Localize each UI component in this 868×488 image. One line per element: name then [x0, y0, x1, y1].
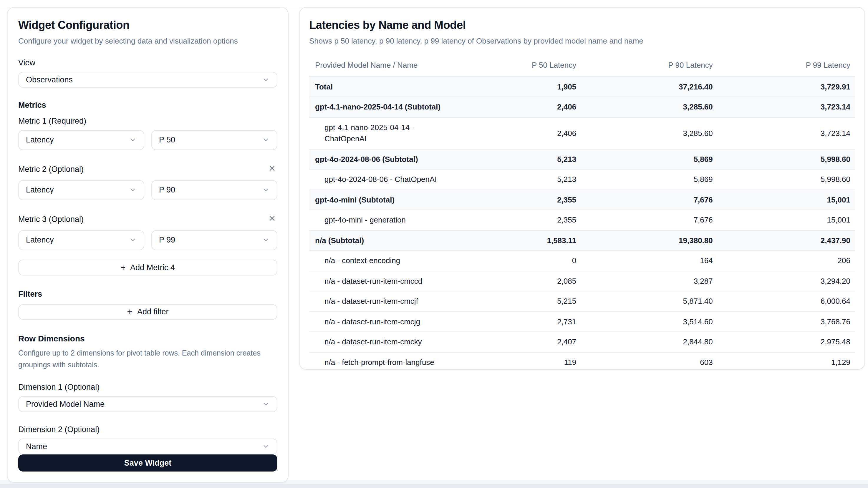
table-row: n/a (Subtotal)1,583.1119,380.802,437.90 [309, 230, 855, 251]
metric-2-label: Metric 2 (Optional) [18, 165, 84, 173]
measure-value: Latency [26, 235, 54, 244]
cell-name: gpt-4o-mini - generation [309, 210, 462, 230]
aggregation-value: P 90 [159, 186, 175, 194]
cell-p50: 2,085 [462, 271, 581, 291]
cell-p99: 3,294.20 [717, 271, 855, 291]
chevron-down-icon [262, 443, 270, 450]
metrics-section-label: Metrics [18, 100, 277, 109]
cell-p90: 3,285.60 [581, 97, 717, 118]
cell-p99: 5,998.60 [717, 149, 855, 169]
cell-p99: 15,001 [717, 210, 855, 230]
chevron-down-icon [262, 400, 270, 408]
metric-1-selects: LatencyP 50 [18, 130, 277, 150]
table-row: gpt-4.1-nano-2025-04-14 - ChatOpenAI2,40… [309, 118, 855, 149]
table-row: n/a - context-encoding0164206 [309, 251, 855, 271]
latency-pivot-table: Provided Model Name / Name P 50 Latency … [309, 61, 855, 372]
aggregation-value: P 99 [159, 235, 175, 244]
cell-p99: 206 [717, 251, 855, 271]
dimension2-select-value: Name [26, 442, 47, 451]
cell-p90: 7,676 [581, 190, 717, 210]
chevron-down-icon [129, 186, 136, 194]
chevron-down-icon [129, 136, 136, 143]
cell-name: Total [309, 77, 462, 97]
cell-name: n/a - dataset-run-item-cmcjf [309, 291, 462, 312]
cell-p99: 3,723.14 [717, 97, 855, 118]
row-dimensions-description: Configure up to 2 dimensions for pivot t… [18, 348, 266, 371]
cell-p50: 1,583.11 [462, 230, 581, 251]
cell-p90: 5,869 [581, 149, 717, 169]
cell-p50: 2,406 [462, 118, 581, 149]
dimension2-label: Dimension 2 (Optional) [18, 425, 277, 434]
cell-p90: 5,871.40 [581, 291, 717, 312]
chevron-down-icon [262, 136, 270, 143]
cell-p99: 3,729.91 [717, 77, 855, 97]
remove-metric-2-button[interactable] [267, 163, 277, 175]
cell-p99: 1,129 [717, 352, 855, 372]
dimension1-label: Dimension 1 (Optional) [18, 383, 277, 391]
column-header-p50: P 50 Latency [462, 61, 581, 77]
add-filter-button[interactable]: + Add filter [18, 304, 277, 320]
cell-p50: 5,213 [462, 149, 581, 169]
cell-p50: 1,905 [462, 77, 581, 97]
cell-name: gpt-4o-mini (Subtotal) [309, 190, 462, 210]
chevron-down-icon [262, 76, 270, 84]
metric-3-aggregation-select[interactable]: P 99 [151, 230, 277, 250]
metric-2-aggregation-select[interactable]: P 90 [151, 180, 277, 200]
cell-p90: 5,869 [581, 169, 717, 190]
cell-p50: 5,213 [462, 169, 581, 190]
cell-p90: 37,216.40 [581, 77, 717, 97]
cell-p50: 119 [462, 352, 581, 372]
cell-name: n/a - context-encoding [309, 251, 462, 271]
table-row: gpt-4.1-nano-2025-04-14 (Subtotal)2,4063… [309, 97, 855, 118]
table-row: gpt-4o-mini (Subtotal)2,3557,67615,001 [309, 190, 855, 210]
cell-p90: 3,285.60 [581, 118, 717, 149]
cell-p90: 7,676 [581, 210, 717, 230]
save-widget-button[interactable]: Save Widget [18, 454, 277, 471]
cell-p90: 19,380.80 [581, 230, 717, 251]
cell-p99: 3,768.76 [717, 312, 855, 332]
cell-p99: 2,437.90 [717, 230, 855, 251]
cell-name: n/a (Subtotal) [309, 230, 462, 251]
metric-1-aggregation-select[interactable]: P 50 [151, 130, 277, 150]
page-bottom-strip [0, 484, 868, 488]
plus-icon: + [127, 307, 132, 317]
table-header-row: Provided Model Name / Name P 50 Latency … [309, 61, 855, 77]
metric-3-measure-select[interactable]: Latency [18, 230, 144, 250]
cell-p90: 603 [581, 352, 717, 372]
cell-p99: 6,000.64 [717, 291, 855, 312]
view-select[interactable]: Observations [18, 72, 277, 88]
config-panel-subtitle: Configure your widget by selecting data … [18, 36, 277, 46]
plus-icon: + [121, 263, 125, 272]
cell-name: n/a - fetch-prompt-from-langfuse [309, 352, 462, 372]
widget-preview-panel: Latencies by Name and Model Shows p 50 l… [299, 7, 865, 370]
cell-p90: 164 [581, 251, 717, 271]
table-row: n/a - fetch-prompt-from-langfuse1196031,… [309, 352, 855, 372]
metric-2-measure-select[interactable]: Latency [18, 180, 144, 200]
add-filter-label: Add filter [137, 307, 169, 316]
add-metric-button[interactable]: + Add Metric 4 [18, 259, 277, 275]
widget-title: Latencies by Name and Model [309, 18, 855, 32]
cell-p99: 5,998.60 [717, 169, 855, 190]
view-select-value: Observations [26, 75, 73, 84]
cell-p90: 3,287 [581, 271, 717, 291]
cell-name: gpt-4o-2024-08-06 (Subtotal) [309, 149, 462, 169]
dimension2-select[interactable]: Name [18, 438, 277, 454]
remove-metric-3-button[interactable] [267, 213, 277, 225]
table-row: Total1,90537,216.403,729.91 [309, 77, 855, 97]
table-row: gpt-4o-2024-08-06 (Subtotal)5,2135,8695,… [309, 149, 855, 169]
cell-p50: 2,406 [462, 97, 581, 118]
dimension1-select[interactable]: Provided Model Name [18, 396, 277, 412]
widget-builder-page: Widget Configuration Configure your widg… [0, 0, 868, 488]
metric-1-label: Metric 1 (Required) [18, 116, 86, 125]
column-header-p90: P 90 Latency [581, 61, 717, 77]
cell-p50: 2,407 [462, 332, 581, 352]
cell-name: n/a - dataset-run-item-cmcky [309, 332, 462, 352]
metric-1-measure-select[interactable]: Latency [18, 130, 144, 150]
filters-section-label: Filters [18, 289, 277, 298]
metric-3-selects: LatencyP 99 [18, 230, 277, 250]
close-icon [268, 164, 276, 174]
cell-p50: 0 [462, 251, 581, 271]
widget-configuration-panel: Widget Configuration Configure your widg… [7, 7, 288, 483]
cell-p50: 2,731 [462, 312, 581, 332]
measure-value: Latency [26, 186, 54, 194]
